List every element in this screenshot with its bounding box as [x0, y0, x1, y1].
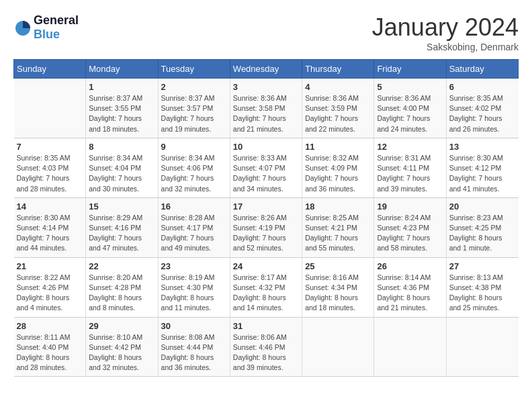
day-number: 20 — [449, 201, 516, 212]
day-number: 9 — [161, 142, 227, 152]
day-number: 30 — [161, 321, 227, 331]
calendar-table: SundayMondayTuesdayWednesdayThursdayFrid… — [13, 59, 519, 377]
calendar-cell: 6Sunrise: 8:35 AMSunset: 4:02 PMDaylight… — [446, 79, 518, 138]
day-info: Sunrise: 8:25 AMSunset: 4:21 PMDaylight:… — [305, 213, 371, 254]
calendar-cell: 30Sunrise: 8:08 AMSunset: 4:44 PMDayligh… — [158, 317, 230, 377]
calendar-cell: 15Sunrise: 8:29 AMSunset: 4:16 PMDayligh… — [86, 197, 158, 257]
calendar-cell: 17Sunrise: 8:26 AMSunset: 4:19 PMDayligh… — [230, 197, 302, 257]
calendar-cell: 5Sunrise: 8:36 AMSunset: 4:00 PMDaylight… — [374, 79, 446, 138]
page-header: General Blue January 2024 Sakskobing, De… — [13, 13, 519, 52]
day-number: 7 — [17, 142, 83, 152]
day-info: Sunrise: 8:11 AMSunset: 4:40 PMDaylight:… — [17, 332, 83, 373]
calendar-cell: 4Sunrise: 8:36 AMSunset: 3:59 PMDaylight… — [302, 79, 374, 138]
calendar-cell: 14Sunrise: 8:30 AMSunset: 4:14 PMDayligh… — [14, 197, 86, 257]
day-info: Sunrise: 8:36 AMSunset: 4:00 PMDaylight:… — [377, 93, 443, 134]
calendar-cell: 1Sunrise: 8:37 AMSunset: 3:55 PMDaylight… — [86, 79, 158, 138]
calendar-cell: 27Sunrise: 8:13 AMSunset: 4:38 PMDayligh… — [446, 257, 518, 317]
calendar-cell — [374, 317, 446, 377]
day-info: Sunrise: 8:32 AMSunset: 4:09 PMDaylight:… — [305, 153, 371, 194]
calendar-cell: 12Sunrise: 8:31 AMSunset: 4:11 PMDayligh… — [374, 138, 446, 197]
weekday-header-row: SundayMondayTuesdayWednesdayThursdayFrid… — [14, 60, 519, 79]
day-number: 4 — [305, 82, 371, 92]
day-number: 14 — [17, 201, 83, 212]
day-number: 23 — [161, 261, 227, 271]
weekday-header: Monday — [86, 60, 158, 79]
calendar-week-row: 14Sunrise: 8:30 AMSunset: 4:14 PMDayligh… — [14, 197, 519, 257]
day-info: Sunrise: 8:10 AMSunset: 4:42 PMDaylight:… — [89, 332, 154, 373]
day-number: 3 — [233, 82, 299, 92]
day-number: 24 — [233, 261, 299, 271]
day-info: Sunrise: 8:29 AMSunset: 4:16 PMDaylight:… — [89, 213, 154, 254]
day-number: 29 — [89, 321, 154, 331]
day-number: 8 — [89, 142, 154, 152]
day-number: 31 — [233, 321, 299, 331]
calendar-cell: 19Sunrise: 8:24 AMSunset: 4:23 PMDayligh… — [374, 197, 446, 257]
calendar-cell: 28Sunrise: 8:11 AMSunset: 4:40 PMDayligh… — [14, 317, 86, 377]
calendar-cell: 22Sunrise: 8:20 AMSunset: 4:28 PMDayligh… — [86, 257, 158, 317]
calendar-week-row: 28Sunrise: 8:11 AMSunset: 4:40 PMDayligh… — [14, 317, 519, 377]
calendar-cell — [14, 79, 86, 138]
logo-text-blue: Blue — [34, 28, 60, 41]
calendar-cell: 3Sunrise: 8:36 AMSunset: 3:58 PMDaylight… — [230, 79, 302, 138]
day-number: 11 — [305, 142, 371, 152]
calendar-cell: 31Sunrise: 8:06 AMSunset: 4:46 PMDayligh… — [230, 317, 302, 377]
day-info: Sunrise: 8:17 AMSunset: 4:32 PMDaylight:… — [233, 273, 299, 314]
day-info: Sunrise: 8:30 AMSunset: 4:14 PMDaylight:… — [17, 213, 83, 254]
day-number: 2 — [161, 82, 227, 92]
day-number: 25 — [305, 261, 371, 271]
day-info: Sunrise: 8:13 AMSunset: 4:38 PMDaylight:… — [449, 273, 516, 314]
location: Sakskobing, Denmark — [372, 42, 519, 52]
weekday-header: Tuesday — [158, 60, 230, 79]
day-info: Sunrise: 8:31 AMSunset: 4:11 PMDaylight:… — [377, 153, 443, 194]
day-info: Sunrise: 8:35 AMSunset: 4:03 PMDaylight:… — [17, 153, 83, 194]
day-info: Sunrise: 8:14 AMSunset: 4:36 PMDaylight:… — [377, 273, 443, 314]
day-info: Sunrise: 8:22 AMSunset: 4:26 PMDaylight:… — [17, 273, 83, 314]
day-number: 21 — [17, 261, 83, 271]
day-number: 16 — [161, 201, 227, 212]
day-number: 13 — [449, 142, 516, 152]
day-number: 27 — [449, 261, 516, 271]
day-info: Sunrise: 8:34 AMSunset: 4:06 PMDaylight:… — [161, 153, 227, 194]
calendar-cell: 23Sunrise: 8:19 AMSunset: 4:30 PMDayligh… — [158, 257, 230, 317]
day-info: Sunrise: 8:16 AMSunset: 4:34 PMDaylight:… — [305, 273, 371, 314]
day-number: 26 — [377, 261, 443, 271]
day-info: Sunrise: 8:35 AMSunset: 4:02 PMDaylight:… — [449, 93, 516, 134]
calendar-week-row: 1Sunrise: 8:37 AMSunset: 3:55 PMDaylight… — [14, 79, 519, 138]
weekday-header: Thursday — [302, 60, 374, 79]
calendar-cell: 11Sunrise: 8:32 AMSunset: 4:09 PMDayligh… — [302, 138, 374, 197]
calendar-cell: 7Sunrise: 8:35 AMSunset: 4:03 PMDaylight… — [14, 138, 86, 197]
day-info: Sunrise: 8:28 AMSunset: 4:17 PMDaylight:… — [161, 213, 227, 254]
day-info: Sunrise: 8:23 AMSunset: 4:25 PMDaylight:… — [449, 213, 516, 254]
day-number: 15 — [89, 201, 154, 212]
logo-text-general: General — [34, 13, 79, 27]
day-info: Sunrise: 8:19 AMSunset: 4:30 PMDaylight:… — [161, 273, 227, 314]
day-number: 19 — [377, 201, 443, 212]
day-number: 1 — [89, 82, 154, 92]
calendar-cell: 20Sunrise: 8:23 AMSunset: 4:25 PMDayligh… — [446, 197, 518, 257]
month-title: January 2024 — [372, 13, 519, 42]
day-number: 22 — [89, 261, 154, 271]
day-number: 17 — [233, 201, 299, 212]
day-info: Sunrise: 8:36 AMSunset: 3:59 PMDaylight:… — [305, 93, 371, 134]
day-info: Sunrise: 8:26 AMSunset: 4:19 PMDaylight:… — [233, 213, 299, 254]
day-info: Sunrise: 8:34 AMSunset: 4:04 PMDaylight:… — [89, 153, 154, 194]
day-number: 12 — [377, 142, 443, 152]
day-number: 18 — [305, 201, 371, 212]
calendar-cell: 13Sunrise: 8:30 AMSunset: 4:12 PMDayligh… — [446, 138, 518, 197]
day-number: 5 — [377, 82, 443, 92]
day-number: 6 — [449, 82, 516, 92]
calendar-cell — [446, 317, 518, 377]
calendar-cell: 10Sunrise: 8:33 AMSunset: 4:07 PMDayligh… — [230, 138, 302, 197]
calendar-week-row: 21Sunrise: 8:22 AMSunset: 4:26 PMDayligh… — [14, 257, 519, 317]
calendar-cell: 16Sunrise: 8:28 AMSunset: 4:17 PMDayligh… — [158, 197, 230, 257]
calendar-cell: 24Sunrise: 8:17 AMSunset: 4:32 PMDayligh… — [230, 257, 302, 317]
calendar-cell: 8Sunrise: 8:34 AMSunset: 4:04 PMDaylight… — [86, 138, 158, 197]
calendar-cell: 26Sunrise: 8:14 AMSunset: 4:36 PMDayligh… — [374, 257, 446, 317]
calendar-cell: 9Sunrise: 8:34 AMSunset: 4:06 PMDaylight… — [158, 138, 230, 197]
weekday-header: Friday — [374, 60, 446, 79]
day-info: Sunrise: 8:37 AMSunset: 3:57 PMDaylight:… — [161, 93, 227, 134]
calendar-cell: 25Sunrise: 8:16 AMSunset: 4:34 PMDayligh… — [302, 257, 374, 317]
weekday-header: Sunday — [14, 60, 86, 79]
calendar-cell: 21Sunrise: 8:22 AMSunset: 4:26 PMDayligh… — [14, 257, 86, 317]
title-area: January 2024 Sakskobing, Denmark — [372, 13, 519, 52]
